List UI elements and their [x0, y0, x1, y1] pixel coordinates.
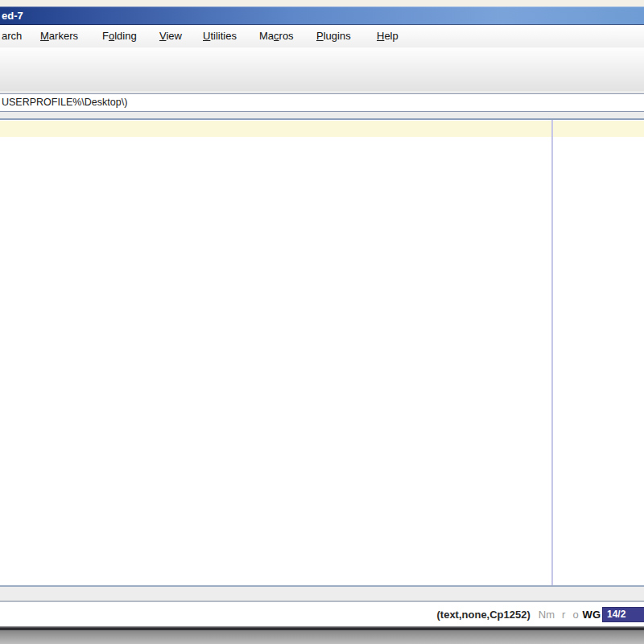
status-bar: (text,none,Cp1252) Nm r o WG 14/2 [0, 602, 644, 626]
window-title: ed-7 [2, 6, 23, 25]
screenshot-root: ed-7 arch Markers Folding View Utilities… [0, 0, 644, 644]
desktop-background-bottom [0, 630, 644, 644]
buffer-switcher-row: USERPROFILE%\Desktop\) [0, 91, 644, 118]
toolbar [0, 47, 644, 92]
status-flag-overwrite[interactable]: o [572, 609, 578, 621]
menu-item-macros[interactable]: Macros [259, 25, 294, 47]
memory-text: 14/2 [607, 609, 625, 620]
menu-item-markers[interactable]: Markers [40, 25, 78, 47]
memory-indicator[interactable]: 14/2 [602, 607, 644, 622]
menu-item-utilities[interactable]: Utilities [203, 25, 237, 47]
status-mode-fold-encoding[interactable]: (text,none,Cp1252) [437, 609, 530, 621]
text-area[interactable] [0, 118, 644, 585]
menu-item-plugins[interactable]: Plugins [316, 25, 351, 47]
menu-bar: arch Markers Folding View Utilities Macr… [0, 25, 644, 48]
window-titlebar[interactable]: ed-7 [0, 6, 644, 25]
buffer-switcher-combobox[interactable]: USERPROFILE%\Desktop\) [0, 93, 644, 112]
status-bar-right-widgets: (text,none,Cp1252) Nm r o WG 14/2 [437, 602, 644, 626]
status-flag-linesep[interactable]: WG [583, 609, 601, 621]
menu-item-view[interactable]: View [159, 25, 182, 47]
wrap-guide-line [551, 120, 553, 585]
status-flag-rect-select[interactable]: r [562, 609, 565, 621]
menu-item-folding[interactable]: Folding [102, 25, 137, 47]
horizontal-scrollbar[interactable] [0, 585, 644, 602]
buffer-path-text: USERPROFILE%\Desktop\) [2, 97, 127, 108]
status-flag-wrap-multiselect[interactable]: Nm [539, 609, 555, 621]
menu-item-help[interactable]: Help [377, 25, 398, 47]
current-line-highlight [0, 121, 644, 137]
menu-item-search[interactable]: arch [2, 25, 22, 47]
